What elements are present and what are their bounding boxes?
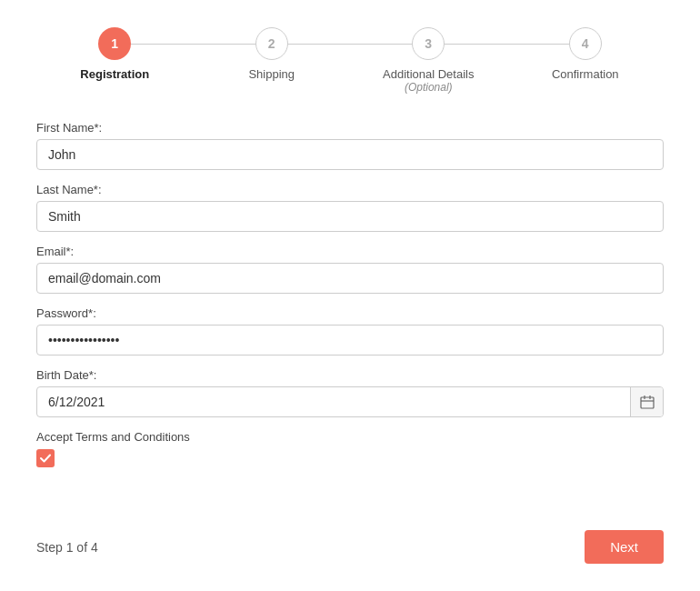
email-input[interactable]	[36, 263, 664, 294]
first-name-label: First Name*:	[36, 121, 664, 135]
terms-label: Accept Terms and Conditions	[36, 430, 664, 444]
birthdate-label: Birth Date*:	[36, 368, 664, 382]
birthdate-group: Birth Date*:	[36, 368, 664, 417]
svg-rect-0	[641, 397, 654, 408]
form-footer: Step 1 of 4 Next	[36, 521, 664, 564]
last-name-group: Last Name*:	[36, 183, 664, 232]
last-name-input[interactable]	[36, 201, 664, 232]
form-container: First Name*: Last Name*: Email*: Passwor…	[36, 121, 664, 564]
terms-group: Accept Terms and Conditions	[36, 430, 664, 467]
step-4-circle: 4	[569, 27, 602, 60]
calendar-icon	[640, 395, 655, 409]
step-3: 3 Additional Details (Optional)	[350, 27, 507, 94]
step-3-label: Additional Details	[383, 67, 474, 81]
step-3-circle: 3	[412, 27, 445, 60]
step-1-circle: 1	[98, 27, 131, 60]
email-group: Email*:	[36, 245, 664, 294]
step-indicator: Step 1 of 4	[36, 540, 98, 555]
last-name-label: Last Name*:	[36, 183, 664, 196]
password-input[interactable]	[36, 325, 664, 356]
email-label: Email*:	[36, 245, 664, 258]
step-2-circle: 2	[255, 27, 288, 60]
password-label: Password*:	[36, 306, 664, 320]
first-name-group: First Name*:	[36, 121, 664, 170]
date-input-wrapper	[36, 386, 664, 417]
step-4-label: Confirmation	[552, 67, 619, 81]
password-group: Password*:	[36, 306, 664, 356]
terms-checkbox[interactable]	[36, 449, 55, 467]
next-button[interactable]: Next	[585, 530, 664, 564]
step-1: 1 Registration	[36, 27, 194, 81]
stepper: 1 Registration 2 Shipping 3 Additional D…	[36, 27, 664, 94]
checkmark-icon	[40, 454, 51, 463]
step-4: 4 Confirmation	[507, 27, 665, 81]
step-1-label: Registration	[80, 67, 149, 81]
step-2-label: Shipping	[248, 67, 295, 81]
step-2: 2 Shipping	[194, 27, 351, 81]
step-3-sublabel: (Optional)	[405, 81, 453, 94]
birthdate-input[interactable]	[36, 386, 664, 417]
calendar-icon-button[interactable]	[630, 387, 663, 416]
first-name-input[interactable]	[36, 139, 664, 170]
page-container: 1 Registration 2 Shipping 3 Additional D…	[0, 0, 700, 591]
